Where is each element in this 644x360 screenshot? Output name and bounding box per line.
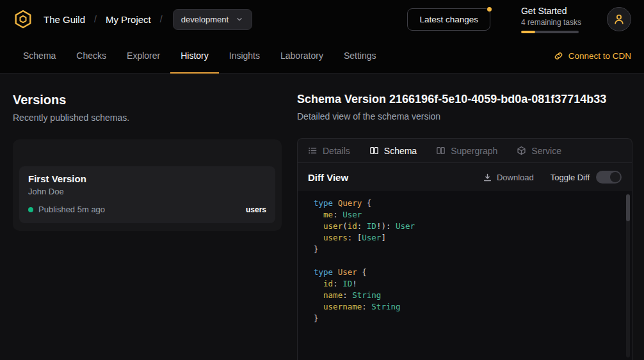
version-list-item[interactable]: First Version John Doe Published 5m ago … xyxy=(19,166,275,223)
download-icon xyxy=(483,173,492,182)
download-button[interactable]: Download xyxy=(483,173,534,182)
tab-schema-view-label: Schema xyxy=(384,146,417,156)
chevron-down-icon xyxy=(235,15,244,24)
tab-supergraph-label: Supergraph xyxy=(451,146,497,156)
target-select-value: development xyxy=(181,15,229,24)
tab-laboratory[interactable]: Laboratory xyxy=(270,38,334,73)
get-started-progressbar xyxy=(521,31,579,33)
breadcrumb-project[interactable]: My Project xyxy=(106,14,151,25)
versions-column: Versions Recently published schemas. Fir… xyxy=(0,74,297,360)
versions-subtitle: Recently published schemas. xyxy=(13,113,297,123)
tab-settings[interactable]: Settings xyxy=(334,38,387,73)
notification-dot xyxy=(487,7,492,12)
toggle-knob xyxy=(610,172,620,182)
get-started-subtitle: 4 remaining tasks xyxy=(521,18,581,27)
top-header: The Guild / My Project / development Lat… xyxy=(0,0,644,38)
tab-history[interactable]: History xyxy=(170,38,219,73)
published-status-dot xyxy=(28,207,33,212)
version-detail-column: Schema Version 2166196f-5e10-4059-bd0a-0… xyxy=(297,74,644,360)
toggle-diff-group: Toggle Diff xyxy=(551,171,622,184)
download-label: Download xyxy=(497,173,534,182)
version-status: Published 5m ago xyxy=(38,205,105,214)
code-block: type Query { me: User user(id: ID!): Use… xyxy=(298,198,632,324)
diff-toolbar: Diff View Download Toggle Diff xyxy=(298,163,632,191)
progress-fill xyxy=(521,31,536,33)
diff-view-title: Diff View xyxy=(308,172,348,183)
get-started-widget[interactable]: Get Started 4 remaining tasks xyxy=(521,6,581,33)
connect-to-cdn-link[interactable]: Connect to CDN xyxy=(554,38,631,73)
tab-checks[interactable]: Checks xyxy=(66,38,117,73)
columns-icon xyxy=(436,146,446,155)
detail-tabbar: Details Schema xyxy=(298,139,632,163)
link-icon xyxy=(554,51,563,61)
tab-schema-view[interactable]: Schema xyxy=(369,146,417,156)
toggle-diff-label: Toggle Diff xyxy=(551,173,590,182)
list-icon xyxy=(308,146,318,155)
versions-title: Versions xyxy=(13,93,297,107)
toggle-diff-switch[interactable] xyxy=(596,171,622,184)
version-detail-panel: Details Schema xyxy=(297,138,632,360)
get-started-title: Get Started xyxy=(521,6,581,16)
version-service-badge: users xyxy=(246,205,266,214)
versions-card: First Version John Doe Published 5m ago … xyxy=(13,139,282,231)
version-name: First Version xyxy=(28,173,266,184)
tab-details[interactable]: Details xyxy=(308,146,350,156)
tab-explorer[interactable]: Explorer xyxy=(117,38,170,73)
tab-details-label: Details xyxy=(323,146,350,156)
breadcrumb-separator: / xyxy=(160,14,163,24)
user-avatar[interactable] xyxy=(607,7,631,31)
version-detail-title: Schema Version 2166196f-5e10-4059-bd0a-0… xyxy=(297,93,632,106)
person-icon xyxy=(613,13,625,25)
main-content: Versions Recently published schemas. Fir… xyxy=(0,74,644,360)
breadcrumb: The Guild / My Project / xyxy=(44,14,163,25)
version-author: John Doe xyxy=(28,187,266,196)
latest-changes-button[interactable]: Latest changes xyxy=(407,8,490,31)
breadcrumb-org[interactable]: The Guild xyxy=(44,14,85,25)
hive-logo-icon[interactable] xyxy=(13,9,33,29)
version-meta-row: Published 5m ago users xyxy=(28,205,266,214)
schema-code-viewer: type Query { me: User user(id: ID!): Use… xyxy=(298,191,632,360)
tab-insights[interactable]: Insights xyxy=(219,38,270,73)
latest-changes-label: Latest changes xyxy=(419,15,478,24)
tab-service[interactable]: Service xyxy=(517,146,561,156)
tab-schema[interactable]: Schema xyxy=(13,38,66,73)
breadcrumb-separator: / xyxy=(94,14,97,24)
cube-icon xyxy=(517,146,526,155)
project-nav: Schema Checks Explorer History Insights … xyxy=(0,38,644,74)
scrollbar-thumb[interactable] xyxy=(626,194,630,221)
connect-to-cdn-label: Connect to CDN xyxy=(568,51,631,61)
version-detail-subtitle: Detailed view of the schema version xyxy=(297,111,632,121)
diff-actions: Download Toggle Diff xyxy=(483,171,622,184)
tab-supergraph[interactable]: Supergraph xyxy=(436,146,497,156)
target-select[interactable]: development xyxy=(173,9,252,30)
columns-icon xyxy=(369,146,379,155)
tab-service-label: Service xyxy=(531,146,561,156)
